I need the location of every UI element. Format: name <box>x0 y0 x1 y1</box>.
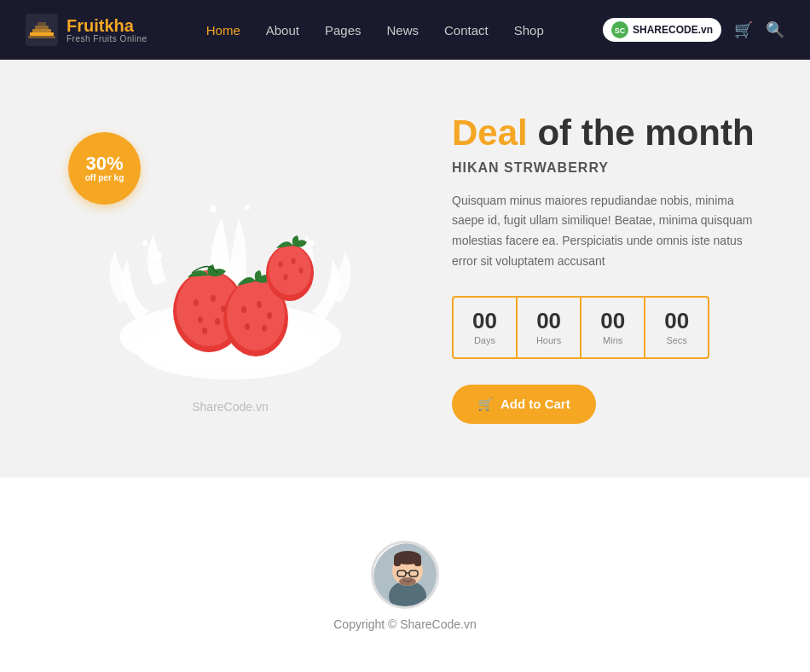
svg-rect-41 <box>394 558 401 566</box>
nav-contact[interactable]: Contact <box>444 23 489 38</box>
footer-section: Copyright © ShareCode.vn <box>0 478 810 648</box>
svg-point-28 <box>267 312 272 319</box>
cart-icon[interactable]: 🛒 <box>734 20 753 39</box>
add-to-cart-button[interactable]: 🛒 Add to Cart <box>452 385 596 424</box>
svg-rect-3 <box>35 26 49 29</box>
svg-point-21 <box>198 316 203 323</box>
svg-rect-5 <box>28 36 55 38</box>
svg-point-15 <box>245 205 250 210</box>
svg-point-23 <box>202 327 207 334</box>
nav-shop[interactable]: Shop <box>514 23 544 38</box>
deal-orange: Deal <box>452 113 528 153</box>
svg-point-18 <box>194 299 199 306</box>
countdown-secs: 00 Secs <box>644 296 709 359</box>
header-icons: 🛒 🔍 <box>734 20 784 39</box>
cart-btn-label: Add to Cart <box>500 397 570 411</box>
avatar-image <box>373 543 439 609</box>
svg-point-13 <box>309 240 314 246</box>
sharecode-logo-icon: SC <box>611 21 628 38</box>
secs-label: Secs <box>664 335 689 345</box>
header-right: SC SHARECODE.vn 🛒 🔍 <box>603 18 784 42</box>
svg-point-10 <box>153 252 162 260</box>
secs-number: 00 <box>664 310 689 332</box>
svg-point-22 <box>215 318 220 325</box>
nav-news[interactable]: News <box>387 23 419 38</box>
nav-home[interactable]: Home <box>206 23 240 38</box>
site-header: Fruitkha Fresh Fruits Online Home About … <box>0 0 810 60</box>
discount-percent: 30% <box>85 154 123 173</box>
hero-content: Deal of the month HIKAN STRWABERRY Quisq… <box>409 113 759 423</box>
logo-icon <box>26 14 58 46</box>
days-label: Days <box>472 335 497 345</box>
svg-point-32 <box>269 246 311 295</box>
product-name: HIKAN STRWABERRY <box>452 160 759 176</box>
deal-title: Deal of the month <box>452 113 759 153</box>
svg-point-33 <box>279 262 283 268</box>
svg-point-34 <box>292 258 296 264</box>
logo-subtitle: Fresh Fruits Online <box>67 34 148 43</box>
deal-rest: of the month <box>528 113 755 153</box>
footer-avatar <box>371 541 439 609</box>
watermark: ShareCode.vn <box>192 400 269 414</box>
search-icon[interactable]: 🔍 <box>766 20 784 39</box>
mins-label: Mins <box>600 335 625 345</box>
svg-point-35 <box>299 268 304 274</box>
svg-text:SC: SC <box>615 26 626 35</box>
cart-btn-icon: 🛒 <box>477 397 494 412</box>
svg-rect-4 <box>38 22 46 26</box>
nav-pages[interactable]: Pages <box>325 23 362 38</box>
svg-point-19 <box>211 295 216 302</box>
hero-image-area: 30% off per kg <box>51 107 409 431</box>
svg-rect-2 <box>32 29 51 32</box>
svg-point-27 <box>257 301 262 308</box>
sharecode-text: SHARECODE.vn <box>633 24 713 36</box>
mins-number: 00 <box>600 310 625 332</box>
sharecode-badge: SC SHARECODE.vn <box>603 18 721 42</box>
svg-point-29 <box>245 323 250 330</box>
countdown-timer: 00 Days 00 Hours 00 Mins 00 Secs <box>452 296 759 359</box>
svg-point-14 <box>210 206 217 212</box>
countdown-hours: 00 Hours <box>516 296 581 359</box>
countdown-mins: 00 Mins <box>580 296 645 359</box>
product-description: Quisquam minus maiores repudiandae nobis… <box>452 191 759 272</box>
hero-section: 30% off per kg <box>0 60 810 478</box>
svg-point-36 <box>284 275 288 281</box>
svg-point-26 <box>241 306 246 313</box>
svg-rect-42 <box>414 558 421 566</box>
logo[interactable]: Fruitkha Fresh Fruits Online <box>26 14 148 46</box>
logo-title: Fruitkha <box>67 17 148 34</box>
main-nav: Home About Pages News Contact Shop <box>206 23 544 38</box>
svg-point-30 <box>262 325 267 332</box>
svg-point-11 <box>142 240 148 246</box>
svg-rect-1 <box>30 32 54 36</box>
copyright: Copyright © ShareCode.vn <box>333 617 477 631</box>
days-number: 00 <box>472 310 497 332</box>
hours-label: Hours <box>536 335 561 345</box>
countdown-days: 00 Days <box>452 296 518 359</box>
nav-about[interactable]: About <box>266 23 299 38</box>
discount-badge: 30% off per kg <box>68 132 141 205</box>
hours-number: 00 <box>536 310 561 332</box>
discount-label: off per kg <box>85 173 124 182</box>
